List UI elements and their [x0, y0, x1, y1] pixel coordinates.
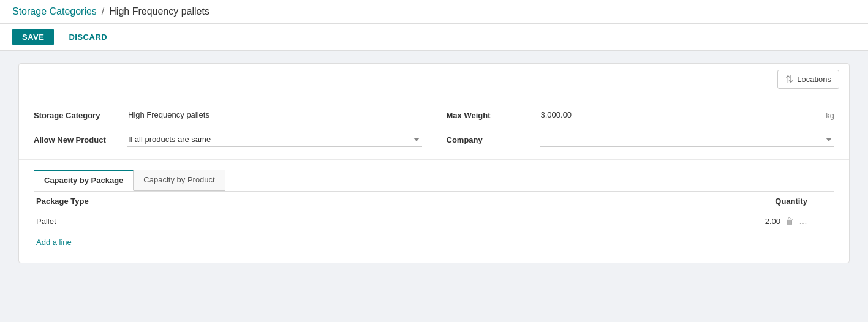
save-button[interactable]: SAVE: [12, 29, 54, 45]
form-section: Storage Category Allow New Product If al…: [19, 95, 849, 160]
locations-label: Locations: [797, 75, 831, 84]
header-bar: Storage Categories / High Frequency pall…: [0, 0, 868, 24]
company-label: Company: [447, 135, 532, 144]
max-weight-input[interactable]: [540, 108, 817, 122]
add-line-link[interactable]: Add a line: [34, 236, 74, 248]
col-header-quantity: Quantity: [459, 192, 810, 211]
card-top-bar: ⇅ Locations: [19, 64, 849, 95]
toolbar: SAVE DISCARD: [0, 24, 868, 51]
company-row: Company: [447, 132, 835, 147]
table-container: Package Type Quantity Pallet: [19, 191, 849, 263]
row-more-icon[interactable]: …: [799, 216, 807, 226]
storage-category-row: Storage Category: [34, 108, 422, 122]
tabs-bar: Capacity by Package Capacity by Product: [34, 170, 834, 191]
table-row: Pallet 2.00 🗑 …: [34, 211, 834, 231]
locations-icon: ⇅: [785, 73, 793, 85]
storage-category-label: Storage Category: [34, 111, 119, 120]
breadcrumb-current: High Frequency pallets: [109, 6, 209, 17]
capacity-table: Package Type Quantity Pallet: [34, 191, 834, 231]
form-card: ⇅ Locations Storage Category Allow New P…: [18, 63, 850, 263]
form-right-col: Max Weight kg Company: [447, 108, 835, 147]
allow-new-product-select[interactable]: If all products are same If same product…: [127, 132, 422, 147]
delete-row-icon[interactable]: 🗑: [785, 216, 794, 226]
main-content: ⇅ Locations Storage Category Allow New P…: [0, 51, 868, 275]
tab-capacity-by-product[interactable]: Capacity by Product: [133, 170, 225, 191]
cell-quantity: 2.00 🗑 …: [459, 211, 810, 231]
col-header-package-type: Package Type: [34, 192, 459, 211]
company-input[interactable]: [540, 132, 835, 147]
discard-button[interactable]: DISCARD: [59, 29, 117, 45]
cell-package-type: Pallet: [34, 211, 459, 231]
allow-new-product-label: Allow New Product: [34, 135, 119, 144]
tab-capacity-by-package[interactable]: Capacity by Package: [34, 170, 134, 191]
max-weight-row: Max Weight kg: [447, 108, 835, 122]
max-weight-unit: kg: [826, 111, 834, 120]
storage-category-input[interactable]: [127, 108, 422, 122]
breadcrumb-separator: /: [102, 6, 104, 17]
allow-new-product-row: Allow New Product If all products are sa…: [34, 132, 422, 147]
max-weight-label: Max Weight: [447, 111, 532, 120]
col-header-actions: [810, 192, 834, 211]
form-left-col: Storage Category Allow New Product If al…: [34, 108, 422, 147]
tabs-section: Capacity by Package Capacity by Product: [19, 170, 849, 191]
cell-actions: [810, 211, 834, 231]
locations-button[interactable]: ⇅ Locations: [777, 70, 839, 89]
breadcrumb-parent[interactable]: Storage Categories: [12, 6, 97, 17]
